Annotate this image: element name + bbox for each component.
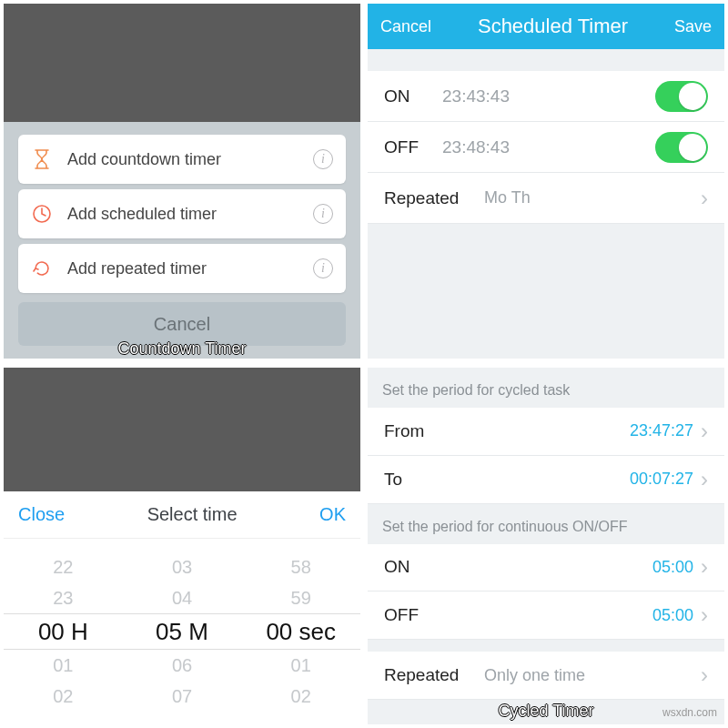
action-sheet: Add countdown timer i Add scheduled time… [4,122,360,360]
row-label: OFF [384,137,442,157]
header-title: Scheduled Timer [431,15,674,38]
repeat-icon [31,258,53,279]
chevron-right-icon: › [693,662,708,688]
section-header: Set the period for continuous ON/OFF [368,504,724,544]
option-label: Add repeated timer [67,259,313,278]
wheel-selected: 05 M [123,613,242,650]
row-repeated[interactable]: Repeated Mo Th › [368,173,724,224]
wheel-minutes[interactable]: 03 04 05 M 06 07 [123,539,242,724]
row-on[interactable]: ON 23:43:43 [368,71,724,122]
row-label: Repeated [384,188,484,208]
option-scheduled-timer[interactable]: Add scheduled timer i [18,189,346,238]
row-value: 23:47:27 [630,421,693,440]
option-countdown-timer[interactable]: Add countdown timer i [18,135,346,184]
panel-cycled-timer: Set the period for cycled task From 23:4… [364,364,728,728]
toggle-off[interactable] [655,132,708,163]
row-to[interactable]: To 00:07:27 › [368,456,724,504]
row-label: ON [384,557,652,577]
row-label: To [384,470,630,490]
row-value: 05:00 [652,558,693,577]
info-icon[interactable]: i [313,258,333,278]
wheel-seconds[interactable]: 58 59 00 sec 01 02 [241,539,360,724]
row-on[interactable]: ON 05:00 › [368,544,724,592]
row-repeated[interactable]: Repeated Only one time › [368,652,724,700]
panel-time-picker: Close Select time OK 22 23 00 H 01 02 03… [0,364,364,728]
row-off[interactable]: OFF 23:48:43 [368,122,724,173]
row-value: 23:48:43 [442,137,655,157]
wheel-hours[interactable]: 22 23 00 H 01 02 [4,539,123,724]
row-off[interactable]: OFF 05:00 › [368,592,724,640]
picker-title: Select time [65,504,319,525]
watermark: wsxdn.com [662,706,717,719]
option-label: Add countdown timer [67,150,313,169]
row-value: 23:43:43 [442,86,655,106]
row-label: Repeated [384,665,484,685]
time-picker: Close Select time OK 22 23 00 H 01 02 03… [4,491,360,724]
close-button[interactable]: Close [18,504,65,525]
row-value: Only one time [484,666,693,685]
option-repeated-timer[interactable]: Add repeated timer i [18,244,346,293]
info-icon[interactable]: i [313,149,333,169]
picker-bar: Close Select time OK [4,491,360,539]
info-icon[interactable]: i [313,204,333,224]
chevron-right-icon: › [693,602,708,628]
section-header: Set the period for cycled task [368,368,724,408]
chevron-right-icon: › [693,554,708,580]
row-from[interactable]: From 23:47:27 › [368,408,724,456]
chevron-right-icon: › [693,467,708,492]
toggle-on[interactable] [655,81,708,112]
repeated-days: Mo Th [484,188,693,207]
wheel-selected: 00 sec [241,613,360,650]
hourglass-icon [31,148,53,170]
picker-wheels: 22 23 00 H 01 02 03 04 05 M 06 07 58 59 … [4,539,360,724]
chevron-right-icon: › [693,186,708,211]
ok-button[interactable]: OK [319,504,346,525]
row-label: From [384,421,630,441]
panel-caption: Countdown Timer [4,339,360,361]
row-label: OFF [384,605,652,625]
wheel-selected: 00 H [4,613,123,650]
header-bar: Cancel Scheduled Timer Save [368,4,724,49]
chevron-right-icon: › [693,419,708,444]
panel-action-sheet: Add countdown timer i Add scheduled time… [0,0,364,364]
option-label: Add scheduled timer [67,205,313,224]
row-value: 05:00 [652,606,693,625]
clock-icon [31,203,53,225]
panel-scheduled-timer: Cancel Scheduled Timer Save ON 23:43:43 … [364,0,728,364]
row-label: ON [384,86,442,106]
save-button[interactable]: Save [674,17,712,36]
cancel-button[interactable]: Cancel [380,17,431,36]
row-value: 00:07:27 [630,470,693,489]
